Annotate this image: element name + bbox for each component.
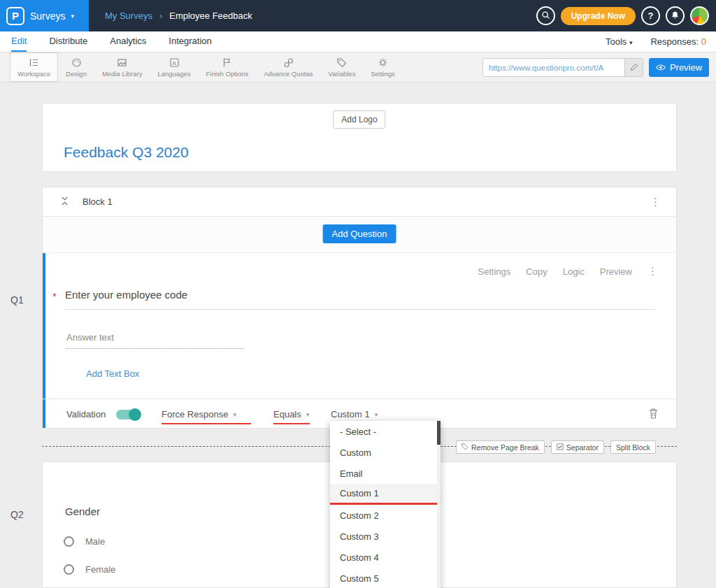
question-text[interactable]: Gender	[65, 505, 100, 517]
preview-label: Preview	[670, 62, 702, 73]
main-tabs: Edit Distribute Analytics Integration	[0, 31, 212, 52]
bell-icon	[671, 10, 680, 22]
breadcrumb-my-surveys[interactable]: My Surveys	[105, 10, 152, 21]
image-icon	[117, 57, 127, 68]
tab-analytics[interactable]: Analytics	[110, 31, 146, 52]
toolbar-label: Design	[66, 70, 87, 78]
dropdown-scrollbar[interactable]	[437, 421, 441, 588]
chevron-down-icon: ▾	[233, 411, 236, 418]
add-logo-button[interactable]: Add Logo	[333, 110, 385, 129]
radio-option-female[interactable]: Female	[64, 564, 115, 575]
question-preview-action[interactable]: Preview	[600, 266, 632, 277]
validation-toggle[interactable]	[116, 410, 140, 420]
topbar-actions: Upgrade Now ?	[536, 0, 709, 31]
dropdown-option-custom1[interactable]: Custom 1	[330, 484, 441, 505]
force-response-dropdown[interactable]: Force Response ▾	[162, 409, 251, 424]
tab-integration[interactable]: Integration	[169, 31, 211, 52]
page-break-controls: Remove Page Break Separator Split Block	[456, 440, 656, 454]
dropdown-option-custom5[interactable]: Custom 5	[330, 568, 441, 588]
question-2-gutter-label: Q2	[10, 509, 24, 520]
tools-menu[interactable]: Tools ▾	[606, 36, 633, 47]
questionpro-logo-icon: P	[6, 7, 24, 25]
toolbar-label: Workspace	[17, 70, 50, 78]
chevron-down-icon: ▾	[71, 13, 75, 20]
trash-icon	[649, 409, 658, 421]
content-type-dropdown-menu: - Select - Custom Email Custom 1 Custom …	[330, 421, 441, 588]
block-header: Block 1	[43, 187, 676, 217]
separator-button[interactable]: Separator	[551, 440, 604, 454]
chevron-down-icon: ▾	[629, 39, 633, 46]
notifications-button[interactable]	[666, 6, 685, 25]
translate-icon: A	[169, 57, 180, 68]
collapse-icon[interactable]	[61, 196, 69, 208]
responses-counter[interactable]: Responses: 0	[650, 36, 706, 47]
links-icon	[283, 57, 294, 68]
tag-icon	[461, 443, 468, 452]
survey-url-box	[482, 58, 643, 77]
dropdown-option-select[interactable]: - Select -	[330, 421, 441, 442]
toolbar-label: Media Library	[102, 70, 143, 78]
dropdown-option-custom[interactable]: Custom	[330, 442, 441, 463]
toolbar-finish-options[interactable]: Finish Options	[199, 52, 257, 82]
preview-button[interactable]: Preview	[649, 58, 709, 77]
toolbar-workspace[interactable]: Workspace	[10, 52, 58, 82]
dropdown-option-email[interactable]: Email	[330, 463, 441, 484]
add-text-box-link[interactable]: Add Text Box	[86, 368, 139, 379]
flag-icon	[222, 57, 232, 68]
chevron-down-icon: ▾	[306, 411, 310, 418]
navbar-right: Tools ▾ Responses: 0	[606, 31, 716, 52]
svg-text:A: A	[172, 59, 176, 66]
dropdown-option-custom4[interactable]: Custom 4	[330, 547, 441, 568]
dropdown-option-custom3[interactable]: Custom 3	[330, 526, 441, 547]
toolbar-advance-quotas[interactable]: Advance Quotas	[256, 52, 320, 82]
survey-url-input[interactable]	[483, 59, 624, 76]
remove-page-break-button[interactable]: Remove Page Break	[456, 440, 545, 454]
workspace-icon	[29, 57, 39, 68]
avatar[interactable]	[690, 6, 709, 25]
block-title[interactable]: Block 1	[83, 196, 113, 207]
radio-label: Female	[85, 564, 115, 575]
split-block-button[interactable]: Split Block	[610, 440, 656, 454]
dropdown-option-custom2[interactable]: Custom 2	[330, 505, 441, 526]
survey-editor-page: P Surveys ▾ My Surveys › Employee Feedba…	[0, 0, 716, 588]
radio-icon[interactable]	[64, 536, 74, 547]
help-button[interactable]: ?	[641, 6, 660, 25]
search-button[interactable]	[536, 6, 555, 25]
add-question-button[interactable]: Add Question	[323, 224, 396, 243]
answer-text-field[interactable]: Answer text	[66, 332, 244, 349]
split-block-label: Split Block	[616, 443, 650, 452]
operator-dropdown[interactable]: Equals ▾	[273, 409, 310, 424]
toolbar-label: Languages	[157, 70, 190, 78]
question-1-gutter-label: Q1	[10, 294, 24, 306]
radio-option-male[interactable]: Male	[64, 536, 105, 547]
operator-value: Equals	[273, 409, 301, 420]
delete-validation-button[interactable]	[649, 408, 658, 422]
question-text[interactable]: Enter your employee code	[65, 289, 187, 301]
toolbar-label: Advance Quotas	[264, 70, 313, 78]
question-settings-action[interactable]: Settings	[478, 266, 510, 277]
scrollbar-thumb[interactable]	[437, 421, 441, 445]
toolbar-variables[interactable]: Variables	[321, 52, 364, 82]
question-copy-action[interactable]: Copy	[526, 266, 547, 277]
toolbar-label: Variables	[329, 70, 356, 78]
surveys-menu[interactable]: P Surveys ▾	[0, 0, 89, 31]
question-text-underline	[65, 309, 655, 310]
tab-edit[interactable]: Edit	[11, 31, 27, 52]
tab-distribute[interactable]: Distribute	[49, 31, 87, 52]
survey-title[interactable]: Feedback Q3 2020	[64, 144, 189, 161]
toolbar-languages[interactable]: A Languages	[150, 52, 198, 82]
checkbox-icon	[557, 443, 564, 452]
question-logic-action[interactable]: Logic	[563, 266, 585, 277]
toolbar-media-library[interactable]: Media Library	[94, 52, 150, 82]
question-menu-button[interactable]: ⋮	[647, 265, 658, 278]
edit-url-button[interactable]	[624, 59, 643, 76]
question-actions: Settings Copy Logic Preview ⋮	[478, 265, 658, 278]
toolbar-settings[interactable]: Settings	[363, 52, 402, 82]
toolbar-design[interactable]: Design	[58, 52, 94, 82]
block-menu-button[interactable]: ⋮	[650, 187, 661, 217]
upgrade-now-button[interactable]: Upgrade Now	[561, 7, 636, 25]
chevron-down-icon: ▾	[375, 411, 378, 418]
remove-page-break-label: Remove Page Break	[471, 443, 539, 452]
radio-icon[interactable]	[64, 564, 74, 575]
add-question-row: Add Question	[43, 217, 676, 252]
